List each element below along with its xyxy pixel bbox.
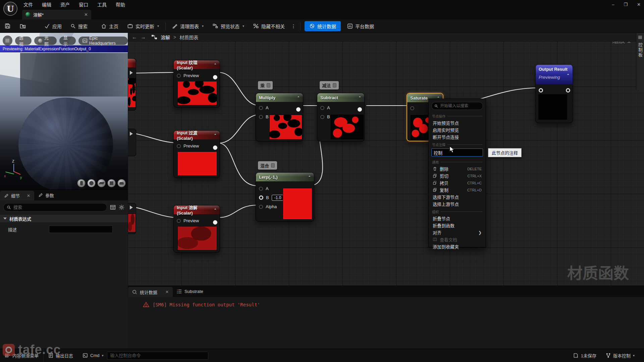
node-header[interactable]: Subtract ⌃ bbox=[317, 93, 364, 102]
node-header[interactable]: Lerp(,-1,) ⌃ bbox=[256, 173, 314, 181]
details-search-input[interactable] bbox=[13, 205, 104, 210]
browse-to-asset-button[interactable] bbox=[15, 19, 31, 33]
collapse-chevron-icon[interactable]: ⌃ bbox=[359, 96, 361, 100]
details-search-box[interactable] bbox=[3, 203, 107, 212]
live-update-button[interactable]: 实时更新 ▾ bbox=[123, 19, 163, 33]
show-button[interactable]: 显示 bbox=[59, 37, 76, 45]
context-menu-search-box[interactable] bbox=[431, 102, 483, 110]
console-command-input[interactable] bbox=[110, 353, 205, 358]
node-multiply[interactable]: Multiply ⌃ A B bbox=[256, 93, 303, 141]
collapse-chevron-icon[interactable]: ⌃ bbox=[297, 96, 300, 100]
forward-arrow-icon[interactable]: → bbox=[141, 35, 146, 40]
gear-icon[interactable] bbox=[119, 204, 124, 210]
shape-cylinder-button[interactable] bbox=[77, 179, 86, 187]
node-header[interactable]: Output Result Previewing ⌃ bbox=[536, 65, 573, 84]
description-input[interactable] bbox=[49, 226, 113, 233]
close-icon[interactable]: ✕ bbox=[27, 193, 30, 198]
menu-tools[interactable]: 工具 bbox=[97, 1, 107, 8]
menu-item-view-docs[interactable]: 查看文档 bbox=[429, 236, 486, 243]
node-header[interactable]: Input 纹理 (Scalar) ⌃ bbox=[174, 60, 220, 69]
node-header[interactable]: Multiply ⌃ bbox=[256, 93, 303, 102]
output-pin[interactable] bbox=[130, 71, 133, 75]
close-button[interactable]: ✕ bbox=[637, 2, 641, 7]
collapse-chevron-icon[interactable]: ⌃ bbox=[214, 63, 217, 67]
home-button[interactable]: 主页 bbox=[97, 19, 123, 33]
hide-unrelated-button[interactable]: 隐藏不相关 bbox=[249, 19, 289, 33]
input-pin-preview[interactable] bbox=[177, 74, 181, 78]
node-header[interactable]: Input 过渡 (Scalar) ⌃ bbox=[174, 131, 220, 139]
collapse-chevron-icon[interactable]: ⌃ bbox=[567, 73, 570, 77]
comment-chip-multiply[interactable]: 乘 bbox=[258, 81, 273, 89]
unsaved-button[interactable]: 1未保存 bbox=[569, 349, 601, 362]
input-pin-preview[interactable] bbox=[177, 144, 181, 148]
menu-item-break-links[interactable]: 断开节点连接 bbox=[429, 133, 486, 140]
breadcrumb-current[interactable]: 材质图表 bbox=[179, 34, 198, 41]
node-input-dissolve[interactable]: Input 溶解 (Scalar) ⌃ Preview bbox=[173, 205, 220, 253]
perspective-button[interactable]: 透视 bbox=[15, 37, 32, 45]
display-filter-icon[interactable] bbox=[110, 204, 116, 210]
menu-item-add-to-favorites[interactable]: 添加到收藏夹 bbox=[429, 243, 486, 250]
minimize-button[interactable]: – bbox=[612, 2, 614, 7]
pin-b-value[interactable]: -1.0 bbox=[272, 195, 284, 201]
preview-state-button[interactable]: 预览状态 ▾ bbox=[208, 19, 249, 33]
input-pin-b[interactable] bbox=[320, 115, 324, 119]
node-input-transition[interactable]: Input 过渡 (Scalar) ⌃ Preview bbox=[173, 130, 220, 178]
shape-mesh-button[interactable] bbox=[117, 179, 126, 187]
menu-item-collapse-to-function[interactable]: 折叠到函数 bbox=[429, 222, 486, 229]
menu-item-collapse-nodes[interactable]: 折叠节点 bbox=[429, 215, 486, 222]
save-button[interactable] bbox=[0, 19, 15, 33]
node-output-result[interactable]: Output Result Previewing ⌃ bbox=[535, 64, 573, 123]
palette-side-tab[interactable]: 控制板 bbox=[636, 33, 644, 90]
platform-data-button[interactable]: 平台数据 bbox=[343, 19, 378, 33]
output-pin[interactable] bbox=[130, 205, 133, 209]
menu-asset[interactable]: 资产 bbox=[60, 1, 70, 8]
collapse-chevron-icon[interactable]: ⌃ bbox=[214, 208, 217, 212]
output-pin[interactable] bbox=[566, 88, 570, 93]
node-header[interactable]: Input 溶解 (Scalar) ⌃ bbox=[174, 205, 220, 214]
menu-item-select-downstream[interactable]: 选择下游节点 bbox=[429, 193, 486, 200]
output-pin[interactable] bbox=[358, 107, 362, 112]
asset-tab-dissolve[interactable]: 溶解* ✕ bbox=[22, 10, 91, 19]
tab-close-icon[interactable]: ✕ bbox=[84, 12, 88, 17]
menu-item-duplicate[interactable]: 复制CTRL+D bbox=[429, 186, 486, 193]
input-pin-b[interactable] bbox=[259, 195, 263, 200]
shape-cube-button[interactable] bbox=[107, 179, 116, 187]
node-subtract[interactable]: Subtract ⌃ A B bbox=[317, 93, 365, 141]
input-pin[interactable] bbox=[539, 88, 543, 93]
menu-help[interactable]: 帮助 bbox=[116, 1, 125, 8]
tab-details[interactable]: 细节 ✕ bbox=[0, 191, 34, 200]
hide-unrelated-options-button[interactable]: ⋮ bbox=[289, 19, 298, 33]
menu-item-start-preview[interactable]: 开始预览节点 bbox=[429, 119, 486, 126]
lit-mode-button[interactable]: 光照 bbox=[34, 37, 57, 45]
node-lerp[interactable]: Lerp(,-1,) ⌃ A B -1.0 Alpha bbox=[256, 172, 314, 222]
back-arrow-icon[interactable]: ← bbox=[132, 35, 137, 40]
comment-chip-subtract[interactable]: 减法 bbox=[320, 81, 339, 89]
input-pin-preview[interactable] bbox=[177, 219, 181, 223]
comment-chip-lerp[interactable]: 混合 bbox=[258, 161, 277, 170]
clean-graph-button[interactable]: 清理图表 ▾ bbox=[168, 19, 208, 33]
output-pin[interactable] bbox=[130, 132, 133, 136]
menu-item-enable-live-preview[interactable]: 启用实时预览 bbox=[429, 126, 486, 133]
viewport-menu-button[interactable] bbox=[3, 36, 12, 46]
input-pin-alpha[interactable] bbox=[259, 205, 263, 209]
apply-button[interactable]: 应用 bbox=[40, 19, 66, 33]
input-pin-a[interactable] bbox=[320, 106, 324, 110]
output-pin[interactable] bbox=[296, 107, 301, 112]
shape-sphere-button[interactable] bbox=[87, 179, 96, 187]
collapse-chevron-icon[interactable]: ⌃ bbox=[308, 175, 311, 179]
tab-parameters[interactable]: 参数 bbox=[34, 190, 58, 200]
collapse-chevron-icon[interactable]: ⌃ bbox=[214, 133, 217, 137]
cmd-selector[interactable]: Cmd ▾ bbox=[78, 349, 105, 362]
context-search-input[interactable] bbox=[440, 104, 480, 108]
menu-edit[interactable]: 编辑 bbox=[42, 1, 51, 8]
input-pin-a[interactable] bbox=[259, 187, 263, 191]
preview-viewport[interactable]: 透视 光照 显示 Epic Headquarters Previewing: M… bbox=[0, 33, 128, 189]
section-material-expression[interactable]: 材质表达式 bbox=[0, 214, 128, 223]
scene-selector-button[interactable]: Epic Headquarters bbox=[78, 37, 128, 45]
node-comment-input-box[interactable] bbox=[431, 148, 483, 157]
output-pin[interactable] bbox=[213, 145, 217, 150]
tab-stats-data[interactable]: 统计数据 ✕ bbox=[128, 287, 173, 297]
input-pin-a[interactable] bbox=[259, 106, 263, 110]
node-comment-input[interactable] bbox=[434, 150, 481, 155]
search-button[interactable]: 搜索 bbox=[66, 19, 92, 33]
